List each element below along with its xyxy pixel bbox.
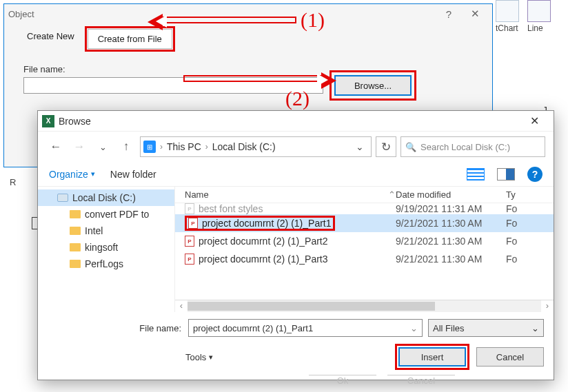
search-icon: 🔍	[405, 142, 416, 152]
ribbon-line[interactable]: Line	[527, 0, 551, 33]
tree-item-label: Intel	[85, 225, 103, 236]
tree-item-folder[interactable]: kingsoft	[38, 239, 174, 256]
chevron-down-icon: ⌄	[531, 323, 539, 333]
file-row[interactable]: P project documrnt (2) (1)_Part3 9/21/20…	[175, 250, 554, 268]
chevron-down-icon[interactable]: ⌄	[410, 323, 418, 333]
disk-icon	[57, 194, 68, 202]
tree-item-label: kingsoft	[85, 242, 118, 253]
annotation-arrow-1	[163, 17, 296, 23]
pdf-icon: P	[185, 236, 194, 247]
file-name: project documrnt (2) (1)_Part1	[202, 218, 332, 229]
file-name-label: File name:	[48, 323, 181, 333]
pdf-icon: P	[185, 254, 194, 265]
file-name: best font styles	[199, 203, 263, 214]
help-icon[interactable]: ?	[436, 8, 462, 20]
file-name: project documrnt (2) (1)_Part3	[199, 254, 328, 265]
tree-item-folder[interactable]: PerfLogs	[38, 256, 174, 272]
file-type: Fo	[506, 218, 554, 229]
help-icon[interactable]: ?	[527, 167, 542, 182]
close-icon[interactable]: ✕	[519, 112, 549, 131]
tree-item-label: convert PDF to	[85, 209, 149, 220]
tab-create-new[interactable]: Create New	[17, 26, 85, 52]
browse-button[interactable]: Browse...	[334, 75, 412, 96]
file-date: 9/21/2021 11:30 AM	[396, 254, 506, 265]
scroll-left-icon[interactable]: ‹	[175, 300, 187, 312]
chevron-right-icon: ›	[205, 142, 208, 152]
object-dialog-buttons-ghost: Ok Cancel	[309, 375, 455, 389]
search-input[interactable]: 🔍 Search Local Disk (C:)	[400, 136, 545, 157]
horizontal-scrollbar[interactable]: ‹ ›	[175, 300, 554, 312]
sort-asc-icon: ⌃	[388, 189, 396, 200]
list-header[interactable]: Name ⌃ Date modified Ty	[175, 187, 554, 203]
breadcrumb-drive[interactable]: Local Disk (C:)	[212, 141, 276, 152]
file-date: 9/21/2021 11:30 AM	[396, 236, 506, 247]
browse-title: Browse	[59, 116, 519, 127]
tree-item-label: PerfLogs	[85, 258, 123, 269]
file-type: Fo	[506, 254, 554, 265]
annotation-frame-insert: Insert	[395, 344, 469, 370]
annotation-frame-file: P project documrnt (2) (1)_Part1	[185, 216, 335, 231]
tree-item-folder[interactable]: convert PDF to	[38, 206, 174, 223]
pdf-icon: P	[185, 203, 194, 214]
col-date[interactable]: Date modified	[396, 189, 506, 200]
back-icon[interactable]: ←	[46, 137, 65, 156]
search-placeholder: Search Local Disk (C:)	[420, 142, 510, 152]
bg-letter: R	[10, 177, 16, 187]
cancel-button-ghost: Cancel	[387, 375, 455, 389]
file-type: Fo	[506, 203, 554, 214]
ribbon-fragment: tChart Line	[496, 0, 568, 34]
file-row[interactable]: P project documrnt (2) (1)_Part2 9/21/20…	[175, 232, 554, 250]
breadcrumb-pc[interactable]: This PC	[167, 141, 201, 152]
chevron-down-icon: ▾	[209, 353, 213, 362]
file-name-value: project documrnt (2) (1)_Part1	[193, 323, 313, 333]
new-folder-button[interactable]: New folder	[110, 169, 156, 180]
up-icon[interactable]: ↑	[116, 137, 136, 156]
tree-item-folder[interactable]: Intel	[38, 223, 174, 239]
chevron-down-icon: ▾	[91, 169, 95, 178]
file-date: 9/21/2021 11:30 AM	[396, 218, 506, 229]
file-name-label: File name:	[23, 64, 492, 74]
folder-tree: Local Disk (C:) convert PDF to Intel kin…	[38, 187, 174, 312]
organize-menu[interactable]: Organize ▾	[49, 169, 95, 180]
chevron-right-icon: ›	[160, 142, 163, 152]
view-preview-icon[interactable]	[497, 168, 515, 180]
address-bar[interactable]: ⊞ › This PC › Local Disk (C:) ⌄	[140, 136, 372, 157]
tree-item-label: Local Disk (C:)	[72, 192, 136, 203]
tab-create-from-file[interactable]: Create from File	[88, 29, 172, 49]
chevron-down-icon[interactable]: ⌄	[352, 141, 368, 152]
file-row[interactable]: P best font styles 9/19/2021 11:31 AM Fo	[175, 203, 554, 214]
annotation-label-2: (2)	[285, 87, 310, 110]
scroll-right-icon[interactable]: ›	[541, 300, 554, 312]
annotation-frame-browse: Browse...	[329, 70, 416, 101]
browse-dialog: X Browse ✕ ← → ⌄ ↑ ⊞ › This PC › Local D…	[37, 110, 554, 380]
folder-icon	[70, 243, 81, 251]
col-name[interactable]: Name	[185, 189, 209, 200]
folder-icon	[70, 227, 81, 235]
file-date: 9/19/2021 11:31 AM	[396, 203, 506, 214]
pdf-icon: P	[188, 218, 198, 229]
col-type[interactable]: Ty	[506, 189, 554, 200]
ribbon-pivotchart[interactable]: tChart	[496, 0, 519, 33]
annotation-label-1: (1)	[301, 8, 325, 32]
file-type-filter[interactable]: All Files ⌄	[428, 319, 544, 337]
tools-menu[interactable]: Tools ▾	[185, 352, 213, 362]
cancel-button[interactable]: Cancel	[476, 347, 544, 367]
file-type: Fo	[506, 236, 554, 247]
pc-icon: ⊞	[143, 141, 156, 153]
file-row-selected[interactable]: P project documrnt (2) (1)_Part1 9/21/20…	[175, 214, 554, 232]
refresh-icon[interactable]: ↻	[376, 136, 396, 157]
insert-button[interactable]: Insert	[398, 347, 466, 367]
file-name-combo[interactable]: project documrnt (2) (1)_Part1 ⌄	[188, 319, 423, 337]
history-chevron-icon[interactable]: ⌄	[93, 137, 112, 156]
view-list-icon[interactable]	[467, 168, 485, 180]
folder-icon	[70, 210, 81, 218]
excel-icon: X	[42, 115, 54, 127]
annotation-arrow-2	[183, 75, 321, 82]
file-name: project documrnt (2) (1)_Part2	[199, 236, 328, 247]
tree-item-drive[interactable]: Local Disk (C:)	[38, 189, 174, 206]
filter-label: All Files	[433, 323, 465, 333]
ok-button-ghost: Ok	[309, 375, 376, 389]
forward-icon[interactable]: →	[70, 137, 89, 156]
file-list: Name ⌃ Date modified Ty P best font styl…	[174, 187, 554, 312]
close-icon[interactable]: ✕	[462, 8, 488, 20]
